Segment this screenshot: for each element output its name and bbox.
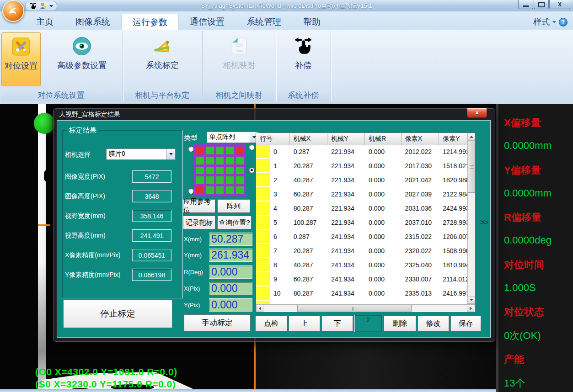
camera-select-combo[interactable]: 膜片0 xyxy=(106,148,176,160)
table-row[interactable]: 240.287221.9340.0002021.0421820.988 xyxy=(256,173,467,187)
up-button[interactable]: 上 xyxy=(289,316,320,331)
table-cell: 241.934 xyxy=(327,244,365,258)
col-header-mech-x[interactable]: 机械X xyxy=(290,133,328,145)
table-cell: 7 xyxy=(256,244,290,258)
close-button[interactable]: X xyxy=(549,0,570,9)
restore-button[interactable] xyxy=(534,0,549,9)
calibration-icon xyxy=(152,36,172,56)
down-button[interactable]: 下 xyxy=(321,316,353,331)
type-combo[interactable]: 单点阵列 xyxy=(207,132,259,143)
close-icon: X xyxy=(558,1,562,8)
scroll-up-button[interactable] xyxy=(468,133,475,141)
grid-radio-middle-right[interactable] xyxy=(249,167,255,173)
grid-cell xyxy=(236,147,244,154)
horizontal-scrollbar[interactable] xyxy=(256,304,475,312)
table-row[interactable]: 60.287241.9340.0002315.0221206.007 xyxy=(256,230,467,244)
stop-calibration-button[interactable]: 停止标定 xyxy=(63,300,172,328)
tab-help[interactable]: 帮助 xyxy=(292,14,332,30)
tab-image-system[interactable]: 图像系统 xyxy=(64,14,121,30)
col-header-mech-r[interactable]: 机械R xyxy=(365,133,402,145)
triangle-right-icon xyxy=(470,307,472,310)
field-value: 3648 xyxy=(132,190,171,202)
scroll-down-button[interactable] xyxy=(468,296,475,304)
grid-cell xyxy=(236,176,244,184)
field-label: X像素精度(mm/Pix) xyxy=(65,251,120,260)
table-row[interactable]: 00.287221.9340.0002012.0221214.993 xyxy=(256,145,467,159)
col-header-pix-x[interactable]: 像素X xyxy=(402,133,439,145)
coord-x-pix[interactable]: 0.000 xyxy=(209,282,252,295)
coord-y-pix[interactable]: 0.000 xyxy=(209,298,252,312)
table-cell: 2335.013 xyxy=(402,286,439,301)
chevron-down-icon xyxy=(169,153,173,155)
alignment-settings-button[interactable]: 对位设置 xyxy=(1,32,41,86)
coord-r-deg[interactable]: 0.000 xyxy=(209,265,252,279)
horizontal-scroll-thumb[interactable] xyxy=(297,305,412,312)
table-row[interactable]: 960.287241.9340.0002330.0072114.012 xyxy=(256,272,467,286)
table-row-partial[interactable] xyxy=(256,301,467,304)
status-label: 对位状态 xyxy=(504,305,544,319)
tab-system-admin[interactable]: 系统管理 xyxy=(236,14,292,30)
spot-check-button[interactable]: 点检 xyxy=(255,316,287,331)
table-cell: 221.934 xyxy=(327,201,365,216)
row-marker xyxy=(256,258,270,272)
camera-mapping-button[interactable]: map 相机映射 xyxy=(207,32,271,86)
table-row[interactable]: 360.287221.9340.0002027.0392122.984 xyxy=(256,187,467,201)
map-document-icon: map xyxy=(229,36,249,56)
advanced-params-button[interactable]: 高级参数设置 xyxy=(43,32,121,86)
grid-corner-radio-tr[interactable] xyxy=(249,144,255,150)
apply-reference-button[interactable]: 应用参考位 xyxy=(183,199,215,213)
table-row[interactable]: 840.287241.9340.0002325.0401810.994 xyxy=(256,258,467,272)
grid-cell xyxy=(196,157,204,164)
col-header-mech-y[interactable]: 机械Y xyxy=(327,133,365,145)
query-position-button[interactable]: 查询位置? xyxy=(217,216,252,229)
vertical-scroll-thumb[interactable] xyxy=(468,142,475,193)
dialog-close-button[interactable]: × xyxy=(467,108,487,118)
table-cell: 0.000 xyxy=(365,244,402,258)
ribbon-button-label: 相机映射 xyxy=(223,60,256,71)
table-row[interactable]: 120.287221.9340.0002017.0301518.021 xyxy=(256,159,467,173)
coord-x-mm[interactable]: 50.287 xyxy=(209,233,252,246)
touch-hand-icon[interactable] xyxy=(29,2,37,10)
table-cell: 0.000 xyxy=(365,230,402,244)
combo-dropdown-button[interactable] xyxy=(166,149,175,159)
scroll-right-button[interactable] xyxy=(467,305,474,312)
table-row[interactable]: 480.287221.9340.0002031.0362424.993 xyxy=(256,201,467,216)
compensation-button[interactable]: 补偿 xyxy=(280,32,326,86)
modify-button[interactable]: 修改 xyxy=(418,316,449,331)
tab-comm-settings[interactable]: 通信设置 xyxy=(179,14,236,30)
col-header-row[interactable]: 行号 xyxy=(256,133,290,145)
vertical-scrollbar[interactable] xyxy=(467,133,475,304)
qat-dropdown-icon[interactable] xyxy=(49,5,53,7)
app-orb-button[interactable] xyxy=(2,0,24,22)
scroll-left-button[interactable] xyxy=(256,305,263,312)
table-cell: 1518.021 xyxy=(439,159,467,173)
system-calibration-button[interactable]: 系统标定 xyxy=(130,32,194,86)
table-row[interactable]: 5100.287221.9340.0002037.0102728.993 xyxy=(256,216,467,230)
minimize-button[interactable] xyxy=(518,0,533,9)
array-button[interactable]: 阵列 xyxy=(217,199,250,213)
save-button[interactable]: 保存 xyxy=(450,316,481,331)
col-header-pix-y[interactable]: 像素Y xyxy=(439,133,467,145)
grid-corner-radio-bl[interactable] xyxy=(188,188,194,194)
row-marker xyxy=(256,244,270,258)
tab-home[interactable]: 主页 xyxy=(25,14,64,30)
record-target-button[interactable]: 记录靶标 xyxy=(183,216,215,229)
style-dropdown-icon[interactable] xyxy=(552,21,556,23)
grid-corner-radio-tl[interactable] xyxy=(188,146,194,152)
table-cell: 2320.022 xyxy=(402,244,439,258)
table-cell xyxy=(402,301,439,304)
coord-y-mm[interactable]: 261.934 xyxy=(209,249,252,262)
manual-calibration-button[interactable]: 手动标定 xyxy=(184,314,251,331)
delete-button[interactable]: 删除 xyxy=(384,316,416,331)
user-icon[interactable] xyxy=(39,2,47,10)
table-row[interactable]: 720.287241.9340.0002320.0221508.990 xyxy=(256,244,467,258)
style-menu[interactable]: 样式 xyxy=(533,16,550,27)
table-row[interactable]: 1080.287241.9340.0002335.0132416.997 xyxy=(256,286,467,301)
table-cell: 0.000 xyxy=(365,173,402,187)
table-expander[interactable]: >> xyxy=(480,218,488,227)
row-counter-field[interactable]: 2 xyxy=(354,315,382,332)
tab-run-params[interactable]: 运行参数 xyxy=(121,14,179,30)
help-icon[interactable]: ? xyxy=(559,18,568,26)
table-cell: 221.934 xyxy=(327,159,365,173)
camera-image-stripe xyxy=(38,104,46,392)
